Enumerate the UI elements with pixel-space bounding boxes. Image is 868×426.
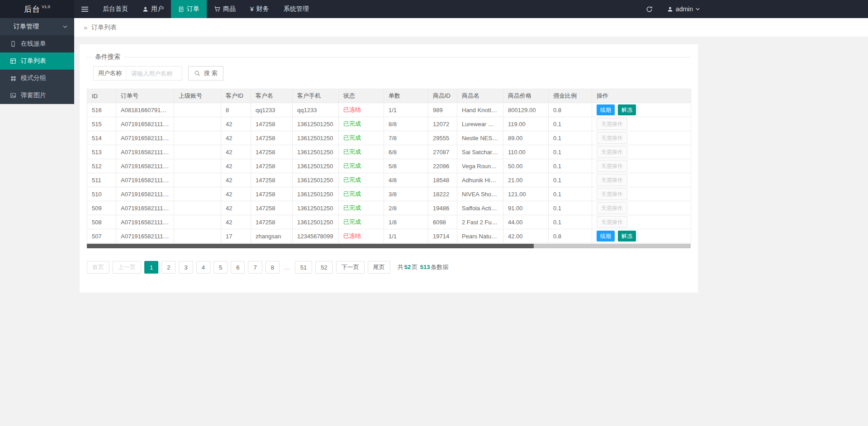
cell-order-no: A07191658211158839 — [116, 145, 174, 159]
breadcrumb-separator: » — [84, 24, 87, 31]
cell-commission: 0.1 — [549, 159, 592, 173]
page-button-1[interactable]: 1 — [144, 261, 158, 274]
admin-menu[interactable]: admin — [660, 0, 707, 18]
col-parent-account: 上级账号 — [174, 89, 221, 103]
search-button[interactable]: 搜 索 — [188, 66, 223, 80]
status-text: 已完成 — [343, 218, 361, 225]
cell-customer-phone: 12345678099 — [293, 229, 339, 243]
scrollbar-thumb[interactable] — [87, 244, 534, 248]
cell-product-name: 2 Fast 2 Furious — [457, 215, 503, 229]
cell-order-no: A08181660791008281 — [116, 103, 174, 117]
cell-customer-name: qq1233 — [251, 103, 293, 117]
cell-customer-phone: 13612501250 — [293, 201, 339, 215]
refresh-button[interactable] — [639, 0, 660, 18]
cell-customer-phone: 13612501250 — [293, 117, 339, 131]
order-list-card: 条件搜索 用户名称 搜 索 — [80, 44, 698, 293]
nav-item-dashboard[interactable]: 后台首页 — [95, 0, 135, 18]
cart-icon — [214, 6, 220, 12]
first-page-button: 首页 — [87, 261, 109, 274]
nav-item-system[interactable]: 系统管理 — [276, 0, 316, 18]
cell-product-id: 19486 — [428, 201, 457, 215]
cell-customer-name: 147258 — [251, 131, 293, 145]
cell-product-name: Adhunik Hind... — [457, 173, 503, 187]
sidebar-item-popup-image[interactable]: 弹窗图片 — [0, 87, 74, 104]
cell-product-id: 18548 — [428, 173, 457, 187]
cell-actions: 无需操作 — [592, 201, 691, 215]
table-row: 510A071916582111586674214725813612501250… — [87, 187, 691, 201]
renew-button[interactable]: 续期 — [597, 104, 615, 115]
unfreeze-button[interactable]: 解冻 — [618, 231, 636, 241]
menu-toggle-button[interactable] — [74, 0, 95, 18]
cell-order-no: A07191658211158667 — [116, 187, 174, 201]
cell-count: 1/1 — [384, 103, 428, 117]
cell-count: 1/1 — [384, 229, 428, 243]
horizontal-scrollbar[interactable] — [87, 244, 691, 248]
sidebar-group-order-management[interactable]: 订单管理 — [0, 18, 74, 35]
nav-item-users[interactable]: 用户 — [135, 0, 171, 18]
cell-actions: 无需操作 — [592, 173, 691, 187]
pagination-summary: 共52页 513条数据 — [398, 263, 449, 271]
nav-item-orders[interactable]: 订单 — [171, 0, 207, 18]
page-button-8[interactable]: 8 — [266, 261, 280, 274]
cell-commission: 0.1 — [549, 131, 592, 145]
cell-parent-account — [174, 173, 221, 187]
next-page-button[interactable]: 下一页 — [336, 261, 365, 274]
status-text: 已完成 — [343, 204, 361, 211]
nav-item-products[interactable]: 商品 — [207, 0, 243, 18]
cell-parent-account — [174, 215, 221, 229]
dispatch-icon — [9, 41, 17, 47]
hamburger-icon — [81, 6, 88, 12]
sidebar-item-mode-group[interactable]: 模式分组 — [0, 70, 74, 87]
cell-commission: 0.1 — [549, 145, 592, 159]
cell-customer-id: 42 — [221, 159, 251, 173]
cell-price: 800129.00 — [503, 103, 549, 117]
username-search-input[interactable] — [127, 66, 182, 80]
cell-id: 508 — [87, 215, 116, 229]
page-button-3[interactable]: 3 — [179, 261, 193, 274]
nav-label: 财务 — [256, 5, 269, 13]
cell-commission: 0.8 — [549, 103, 592, 117]
col-actions: 操作 — [592, 89, 691, 103]
last-page-button[interactable]: 尾页 — [368, 261, 390, 274]
summary-total-records: 513 — [420, 264, 430, 270]
page-button-2[interactable]: 2 — [161, 261, 175, 274]
app-logo: 后台 V1.0 — [0, 0, 74, 18]
yen-icon: ¥ — [250, 6, 254, 12]
cell-customer-phone: 13612501250 — [293, 159, 339, 173]
nav-item-finance[interactable]: ¥ 财务 — [243, 0, 276, 18]
cell-price: 21.00 — [503, 173, 549, 187]
cell-customer-id: 42 — [221, 145, 251, 159]
breadcrumb: » 订单列表 — [74, 18, 868, 37]
refresh-icon — [646, 6, 653, 13]
sidebar-item-order-list[interactable]: 订单列表 — [0, 52, 74, 70]
cell-product-name: Vega Round ... — [457, 159, 503, 173]
no-action-button: 无需操作 — [597, 188, 627, 200]
table-row: 515A071916582111584674214725813612501250… — [87, 117, 691, 131]
table-row: 516A081816607910082818qq1233qq1233已冻结1/1… — [87, 103, 691, 117]
app-version: V1.0 — [42, 5, 50, 9]
page-button-51[interactable]: 51 — [295, 261, 312, 274]
cell-actions: 无需操作 — [592, 159, 691, 173]
breadcrumb-current: 订单列表 — [91, 24, 117, 32]
page-button-7[interactable]: 7 — [248, 261, 262, 274]
cell-actions: 续期解冻 — [592, 229, 691, 243]
sidebar-item-online-dispatch[interactable]: 在线派单 — [0, 35, 74, 52]
page-button-6[interactable]: 6 — [231, 261, 245, 274]
page-button-5[interactable]: 5 — [213, 261, 228, 274]
page-button-52[interactable]: 52 — [315, 261, 332, 274]
status-text: 已完成 — [343, 190, 361, 197]
cell-product-name: Nestle NESTE... — [457, 131, 503, 145]
username-label: 用户名称 — [94, 66, 127, 80]
col-id: ID — [87, 89, 116, 103]
cell-id: 510 — [87, 187, 116, 201]
cell-product-id: 27087 — [428, 145, 457, 159]
cell-price: 91.00 — [503, 201, 549, 215]
app-title: 后台 — [24, 4, 40, 14]
cell-parent-account — [174, 117, 221, 131]
col-customer-id: 客户ID — [221, 89, 251, 103]
renew-button[interactable]: 续期 — [597, 231, 615, 241]
col-order-no: 订单号 — [116, 89, 174, 103]
page-button-4[interactable]: 4 — [196, 261, 210, 274]
cell-customer-id: 42 — [221, 131, 251, 145]
unfreeze-button[interactable]: 解冻 — [618, 104, 636, 115]
